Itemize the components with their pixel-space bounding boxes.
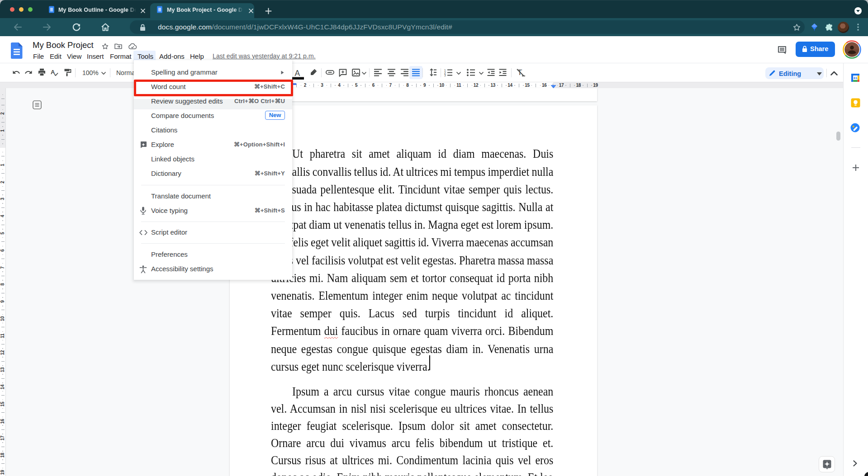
svg-text:T: T	[517, 68, 522, 77]
svg-text:3: 3	[444, 74, 446, 77]
svg-text:31: 31	[854, 76, 858, 80]
svg-text:A: A	[295, 69, 300, 78]
